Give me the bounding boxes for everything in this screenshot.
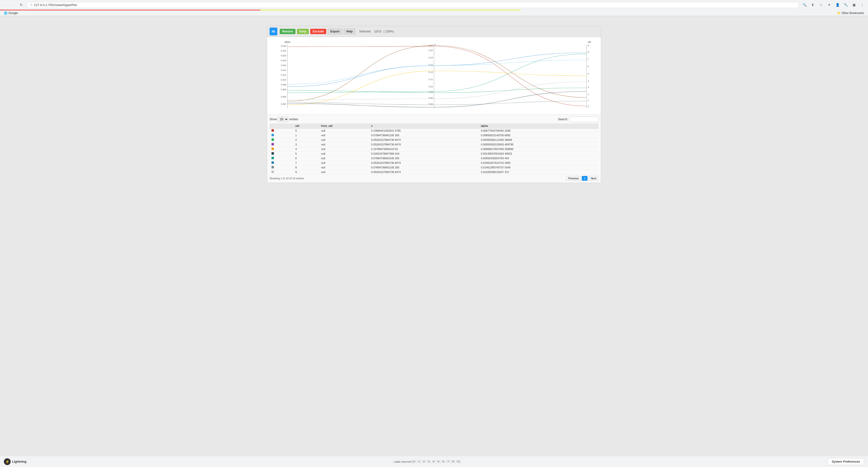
svg-text:6: 6: [588, 65, 589, 68]
exclude-button[interactable]: Exclude: [310, 29, 326, 34]
row-color-cell: [270, 142, 293, 147]
help-button[interactable]: Help: [344, 29, 355, 34]
bottom-bar: ⚡ Lightning Ldata returned ["0", "1", "2…: [0, 456, 868, 464]
svg-text:0.024: 0.024: [281, 45, 286, 47]
browser-chrome: ← → ↻ ⓘ 127.0.0.1:7501/view/HyperPlot 🔍 …: [0, 0, 868, 16]
cell-alpha: 0.01028208215647 372: [479, 170, 598, 174]
cell-x: 0.05263157894736 8474: [369, 161, 479, 165]
svg-text:7: 7: [588, 58, 589, 61]
show-label: Show: [270, 118, 277, 121]
hp-search-control: Search:: [558, 116, 598, 122]
cell-x: 0.05263157894736 8474: [369, 142, 479, 147]
cell-uid: 1: [293, 133, 319, 138]
cell-x: 0.23689421052631 5785: [369, 129, 479, 133]
svg-text:1: 1: [588, 99, 589, 102]
folder-icon: 📁: [837, 11, 841, 15]
forward-button[interactable]: →: [10, 1, 17, 8]
row-color-cell: [270, 165, 293, 170]
row-color-cell: [270, 133, 293, 138]
hyperplot-app: Hi Restore Keep Exclude Export Help Sele…: [267, 26, 601, 183]
bookmark-btn[interactable]: ☆: [817, 1, 825, 8]
back-button[interactable]: ←: [2, 1, 9, 8]
cell-from_uid: null: [319, 142, 369, 147]
account-btn[interactable]: 👤: [834, 1, 841, 8]
lock-icon: ⓘ: [30, 3, 32, 7]
row-color-cell: [270, 156, 293, 161]
cell-x: 0.05263157894736 8474: [369, 170, 479, 174]
parallel-coords-chart: alpha 0.024 0.022 0.020 0.018 0.016 0.01…: [270, 39, 598, 112]
bookmark-google[interactable]: 🌐 Google: [2, 11, 20, 15]
address-bar[interactable]: ⓘ 127.0.0.1:7501/view/HyperPlot: [27, 2, 799, 8]
svg-text:uid: uid: [588, 41, 591, 43]
restore-button[interactable]: Restore: [280, 29, 296, 34]
split-btn[interactable]: ▣: [850, 1, 857, 8]
col-header-x[interactable]: x: [369, 124, 479, 129]
color-swatch: [272, 147, 274, 150]
hp-table-footer: Showing 1 to 10 of 10 entries Previous 1…: [270, 176, 598, 181]
cell-uid: 5: [293, 152, 319, 156]
color-swatch: [272, 171, 274, 173]
cell-alpha: 0.01461395745707 5546: [479, 165, 598, 170]
other-bookmarks[interactable]: 📁 Other Bookmarks: [836, 11, 866, 15]
menu-btn[interactable]: ⋮: [859, 1, 866, 8]
extension-btn[interactable]: ✦: [826, 1, 833, 8]
show-select[interactable]: 10 25 50: [278, 116, 288, 122]
cell-alpha: 0.00059393218926 409795: [479, 142, 598, 147]
color-swatch: [272, 143, 274, 145]
cell-uid: 4: [293, 147, 319, 152]
selected-pct: ( 100%): [383, 30, 394, 33]
col-header-from_uid[interactable]: from_uid: [319, 124, 369, 129]
cell-alpha: 0.00358365112405 28008: [479, 138, 598, 142]
cell-x: 0.07894736842105 265: [369, 165, 479, 170]
table-row: 1 null 0.07894736842105 265 0.0089361514…: [270, 133, 598, 138]
cell-from_uid: null: [319, 152, 369, 156]
svg-text:4: 4: [588, 80, 589, 82]
svg-text:0.008: 0.008: [281, 84, 286, 86]
search-input[interactable]: [569, 116, 598, 122]
nav-buttons: ← → ↻: [2, 1, 25, 8]
svg-text:9: 9: [588, 44, 589, 47]
search-btn[interactable]: 🔍: [801, 1, 808, 8]
table-row: 6 null 0.07894736842105 265 0.0055543555…: [270, 156, 598, 161]
col-header-uid[interactable]: uid: [293, 124, 319, 129]
download-btn[interactable]: ⬇: [809, 1, 816, 8]
system-preferences-button[interactable]: System Preferences: [828, 458, 864, 464]
svg-text:0.002: 0.002: [281, 103, 286, 105]
lightning-brand: ⚡ Lightning: [4, 458, 26, 464]
svg-text:0.016: 0.016: [281, 64, 286, 67]
hp-table-controls: Show 10 25 50 entries Search:: [270, 116, 598, 122]
cell-uid: 9: [293, 170, 319, 174]
cell-alpha: 0.00677943700452 3296: [479, 129, 598, 133]
export-button[interactable]: Export: [328, 29, 342, 34]
page-1-btn[interactable]: 1: [582, 176, 588, 181]
row-color-cell: [270, 170, 293, 174]
lightning-icon: ⚡: [4, 458, 11, 464]
reload-button[interactable]: ↻: [18, 1, 25, 8]
cell-from_uid: null: [319, 170, 369, 174]
keep-button[interactable]: Keep: [297, 29, 309, 34]
cell-uid: 7: [293, 161, 319, 165]
cell-uid: 3: [293, 142, 319, 147]
svg-text:0.10: 0.10: [429, 86, 433, 88]
previous-page-btn[interactable]: Previous: [566, 176, 581, 181]
extensions-btn[interactable]: 🔧: [842, 1, 849, 8]
table-row: 0 null 0.23689421052631 5785 0.006779437…: [270, 129, 598, 133]
url-text: 127.0.0.1:7501/view/HyperPlot: [34, 3, 77, 7]
other-bookmarks-label: Other Bookmarks: [842, 11, 864, 15]
next-page-btn[interactable]: Next: [589, 176, 598, 181]
color-swatch: [272, 157, 274, 159]
table-row: 8 null 0.07894736842105 265 0.0146139574…: [270, 165, 598, 170]
svg-text:0.004: 0.004: [281, 96, 286, 98]
col-header-alpha[interactable]: alpha: [479, 124, 598, 129]
svg-text:2: 2: [588, 93, 589, 96]
cell-x: 0.07894736842105 265: [369, 156, 479, 161]
svg-text:0.18: 0.18: [429, 56, 433, 59]
cell-x: 0.15789473684210 53: [369, 147, 479, 152]
cell-from_uid: null: [319, 138, 369, 142]
svg-text:0.12: 0.12: [429, 78, 433, 80]
svg-text:0.022: 0.022: [281, 49, 286, 52]
svg-text:0.14: 0.14: [429, 71, 433, 73]
row-color-cell: [270, 138, 293, 142]
cell-from_uid: null: [319, 129, 369, 133]
bottom-info: Ldata returned ["0", "1", "2", "3", "4",…: [394, 460, 460, 463]
